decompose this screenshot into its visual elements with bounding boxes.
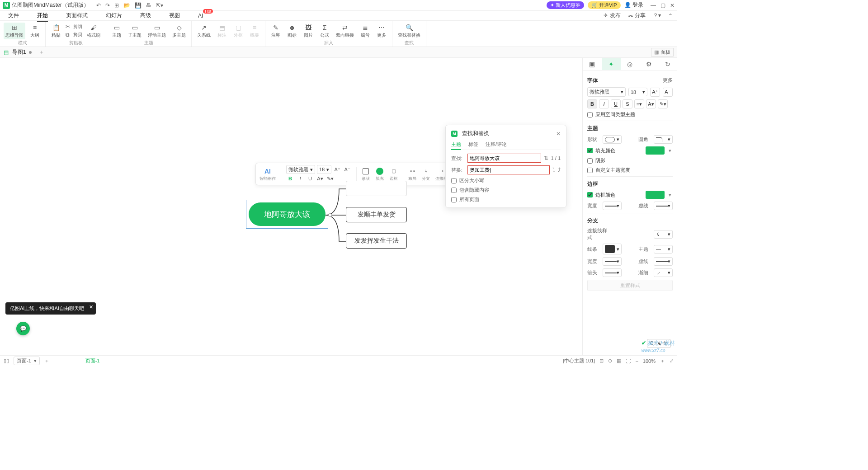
new-user-coupon-badge[interactable]: ✦ 新人优惠券 bbox=[547, 1, 584, 9]
login-button[interactable]: 👤 登录 bbox=[624, 1, 643, 9]
reset-style-button[interactable]: 重置样式 bbox=[587, 280, 673, 291]
zoom-in-icon[interactable]: ＋ bbox=[660, 357, 665, 364]
canvas[interactable]: AI 智能创作 微软雅黑 ▾ 18 ▾ A⁺ A⁻ B I U A▾ ✎▾ 形状… bbox=[0, 58, 582, 355]
font-color-button[interactable]: A▾ bbox=[316, 174, 324, 183]
tool-relationship[interactable]: ↗关系线 bbox=[195, 23, 212, 39]
print-icon[interactable]: 🖶 bbox=[146, 2, 151, 9]
sb-grid-icon[interactable]: ▦ bbox=[617, 358, 621, 364]
close-window-icon[interactable]: ✕ bbox=[670, 2, 675, 9]
sp-shadow-check[interactable] bbox=[587, 158, 593, 164]
underline-button[interactable]: U bbox=[306, 174, 314, 183]
sp-taper-style[interactable]: ⟋▾ bbox=[654, 268, 673, 277]
replace-all-icon[interactable]: ⤴ bbox=[558, 167, 561, 173]
ai-button[interactable]: AI bbox=[264, 167, 272, 175]
tab-ai[interactable]: AIHot bbox=[198, 13, 203, 19]
sb-add-page-icon[interactable]: ＋ bbox=[44, 357, 49, 364]
fp-tab-note[interactable]: 注释/评论 bbox=[486, 141, 507, 148]
ai-bubble-close-icon[interactable]: ✕ bbox=[89, 304, 93, 310]
sp-border-color-check[interactable] bbox=[587, 192, 593, 197]
page-selector[interactable]: 页面-1▾ bbox=[14, 357, 40, 365]
sp-underline[interactable]: U bbox=[611, 99, 621, 108]
export-icon[interactable]: ⇱▾ bbox=[156, 2, 163, 9]
sp-highlight[interactable]: ✎▾ bbox=[658, 99, 668, 108]
collapse-ribbon-icon[interactable]: ⌃ bbox=[668, 13, 673, 19]
sp-fill-check[interactable] bbox=[587, 148, 593, 153]
sb-fullscreen-icon[interactable]: ⛶ bbox=[626, 358, 631, 364]
replace-one-icon[interactable]: ⤵ bbox=[552, 167, 555, 173]
sb-expand-icon[interactable]: ⤢ bbox=[670, 358, 674, 364]
tool-mindmap-mode[interactable]: ⊞思维导图 bbox=[4, 23, 25, 39]
page-name[interactable]: 页面-1 bbox=[85, 357, 100, 364]
border-button[interactable]: ▢ bbox=[390, 167, 398, 175]
save-icon[interactable]: 💾 bbox=[135, 2, 142, 9]
doc-menu-icon[interactable]: ▤ bbox=[4, 49, 9, 56]
maximize-icon[interactable]: ▢ bbox=[660, 2, 665, 9]
fp-tab-topic[interactable]: 主题 bbox=[451, 141, 461, 150]
panel-toggle-button[interactable]: ▥ 面板 bbox=[651, 48, 674, 56]
tool-numbering[interactable]: ≣编号 bbox=[359, 23, 372, 39]
sp-tab-history[interactable]: ↻ bbox=[658, 58, 677, 70]
tool-copy[interactable]: ⧉拷贝 bbox=[66, 31, 82, 39]
tool-multi-topic[interactable]: ◇多主题 bbox=[170, 23, 188, 39]
redo-icon[interactable]: ↷ bbox=[105, 2, 110, 9]
zoom-level[interactable]: 100% bbox=[643, 358, 656, 364]
tool-note[interactable]: ✎注释 bbox=[269, 23, 283, 39]
sp-strike[interactable]: S bbox=[623, 99, 632, 108]
replace-input[interactable] bbox=[467, 165, 550, 174]
italic-button[interactable]: I bbox=[296, 174, 304, 183]
sp-shape-select[interactable]: ▾ bbox=[603, 135, 622, 144]
tab-file[interactable]: 文件 bbox=[8, 12, 19, 19]
fp-tab-tag[interactable]: 标签 bbox=[468, 141, 478, 148]
sp-conn-style[interactable]: ⤹▾ bbox=[654, 230, 673, 239]
sp-branch-dash[interactable]: ▾ bbox=[654, 257, 673, 266]
sp-font-size[interactable]: 18▾ bbox=[628, 88, 647, 96]
sp-fill-color[interactable] bbox=[646, 146, 665, 155]
connector-button[interactable]: ⇢ bbox=[438, 167, 446, 175]
sp-line-color[interactable]: ▾ bbox=[603, 244, 622, 254]
zoom-out-icon[interactable]: − bbox=[635, 358, 638, 364]
tool-cut[interactable]: ✂剪切 bbox=[66, 23, 82, 31]
find-nav-icon[interactable]: ⇅ bbox=[544, 155, 548, 161]
sp-tab-icon[interactable]: ◎ bbox=[621, 58, 640, 70]
font-size-select[interactable]: 18 ▾ bbox=[317, 165, 331, 174]
tool-image[interactable]: 🖼图片 bbox=[302, 23, 315, 39]
shape-button[interactable] bbox=[362, 167, 370, 175]
help-icon[interactable]: ？▾ bbox=[653, 12, 661, 19]
tab-start[interactable]: 开始 bbox=[37, 12, 48, 19]
sb-center-icon[interactable]: ⊙ bbox=[608, 358, 612, 364]
find-input[interactable] bbox=[467, 154, 541, 163]
tab-view[interactable]: 视图 bbox=[169, 12, 180, 19]
tool-topic[interactable]: ▭主题 bbox=[110, 23, 123, 39]
add-tab-button[interactable]: ＋ bbox=[39, 48, 44, 56]
font-family-select[interactable]: 微软雅黑 ▾ bbox=[286, 165, 315, 174]
minimize-icon[interactable]: — bbox=[651, 2, 656, 9]
sp-branch-theme[interactable]: —▾ bbox=[654, 245, 673, 254]
sp-apply-same-type[interactable] bbox=[587, 112, 593, 118]
tool-format-painter[interactable]: 🖌格式刷 bbox=[85, 23, 102, 39]
tool-find-replace[interactable]: 🔍查找和替换 bbox=[396, 23, 422, 39]
sb-pages-icon[interactable]: ▯▯ bbox=[4, 358, 9, 364]
bold-button[interactable]: B bbox=[286, 174, 294, 183]
opt-all-pages[interactable]: 所有页面 bbox=[451, 196, 561, 203]
layout-button[interactable]: ⊶ bbox=[408, 167, 416, 175]
child-topic-3[interactable]: 发发挥发生干法 bbox=[346, 233, 407, 249]
doc-tab[interactable]: 导图1 bbox=[9, 47, 35, 57]
opt-include-hidden[interactable]: 包含隐藏内容 bbox=[451, 187, 561, 193]
central-topic[interactable]: 地阿哥放大该 bbox=[249, 202, 326, 226]
tool-outline-mode[interactable]: ≡大纲 bbox=[28, 23, 42, 39]
tab-page-style[interactable]: 页面样式 bbox=[66, 12, 88, 19]
new-icon[interactable]: ⊞ bbox=[114, 2, 119, 9]
sp-bold[interactable]: B bbox=[587, 99, 597, 108]
sb-fit-icon[interactable]: ⊡ bbox=[599, 358, 604, 364]
tool-subtopic[interactable]: ▭子主题 bbox=[126, 23, 143, 39]
publish-button[interactable]: ✈ 发布 bbox=[604, 12, 620, 19]
branch-button[interactable]: ⑂ bbox=[422, 167, 430, 175]
sp-custom-width-check[interactable] bbox=[587, 168, 593, 173]
fill-button[interactable] bbox=[375, 167, 384, 175]
tool-more[interactable]: ⋯更多 bbox=[375, 23, 388, 39]
font-grow-icon[interactable]: A⁺ bbox=[333, 165, 341, 174]
undo-icon[interactable]: ↶ bbox=[96, 2, 101, 9]
sp-italic[interactable]: I bbox=[599, 99, 609, 108]
connector-handle-icon[interactable] bbox=[328, 213, 332, 217]
opt-case-sensitive[interactable]: 区分大小写 bbox=[451, 177, 561, 184]
